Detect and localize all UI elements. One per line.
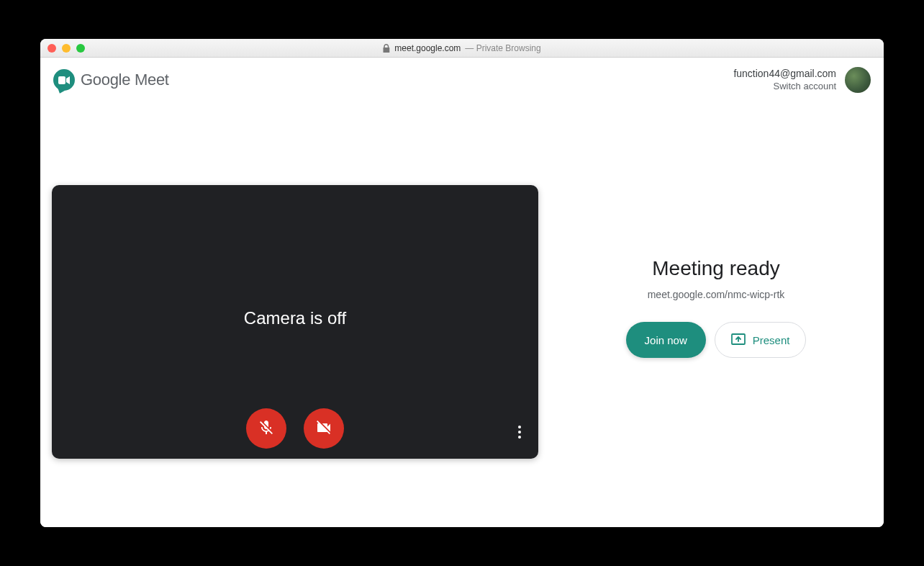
toggle-camera-button[interactable] [304, 408, 344, 449]
page-header: Google Meet function44@gmail.com Switch … [40, 58, 884, 102]
address-suffix: — Private Browsing [465, 43, 540, 53]
present-button[interactable]: Present [715, 322, 807, 358]
join-now-button[interactable]: Join now [626, 322, 706, 358]
logo-area[interactable]: Google Meet [53, 69, 169, 91]
more-options-button[interactable] [514, 421, 525, 443]
button-row: Join now Present [626, 322, 807, 358]
camera-off-icon [315, 419, 332, 439]
logo-text: Google Meet [81, 71, 169, 89]
page-content: Google Meet function44@gmail.com Switch … [40, 58, 884, 527]
meeting-title: Meeting ready [652, 257, 779, 280]
video-preview: Camera is off [52, 185, 538, 459]
avatar[interactable] [845, 67, 871, 93]
video-controls [246, 408, 344, 449]
join-now-label: Join now [645, 334, 687, 346]
main-area: Camera is off [40, 102, 884, 527]
account-text: function44@gmail.com Switch account [733, 67, 836, 92]
logo-text-meet: Meet [130, 71, 169, 89]
maximize-window-button[interactable] [76, 44, 85, 53]
minimize-window-button[interactable] [62, 44, 71, 53]
traffic-lights [40, 44, 85, 53]
present-icon [731, 333, 746, 347]
account-email: function44@gmail.com [733, 67, 836, 80]
title-bar: meet.google.com — Private Browsing [40, 39, 884, 58]
camera-status-text: Camera is off [244, 308, 346, 328]
account-area: function44@gmail.com Switch account [733, 67, 871, 93]
toggle-mic-button[interactable] [246, 408, 286, 449]
meet-logo-icon [53, 69, 75, 91]
lock-icon [383, 44, 390, 53]
meeting-url: meet.google.com/nmc-wicp-rtk [648, 289, 785, 300]
present-label: Present [753, 334, 790, 346]
mic-off-icon [258, 419, 275, 439]
join-panel: Meeting ready meet.google.com/nmc-wicp-r… [560, 257, 872, 358]
switch-account-link[interactable]: Switch account [733, 81, 836, 93]
logo-text-google: Google [81, 71, 130, 89]
close-window-button[interactable] [47, 44, 56, 53]
address-bar[interactable]: meet.google.com — Private Browsing [383, 43, 540, 53]
more-vertical-icon [518, 426, 521, 439]
browser-window: meet.google.com — Private Browsing Googl… [40, 39, 884, 527]
address-domain: meet.google.com [394, 43, 461, 53]
svg-rect-0 [58, 76, 65, 84]
